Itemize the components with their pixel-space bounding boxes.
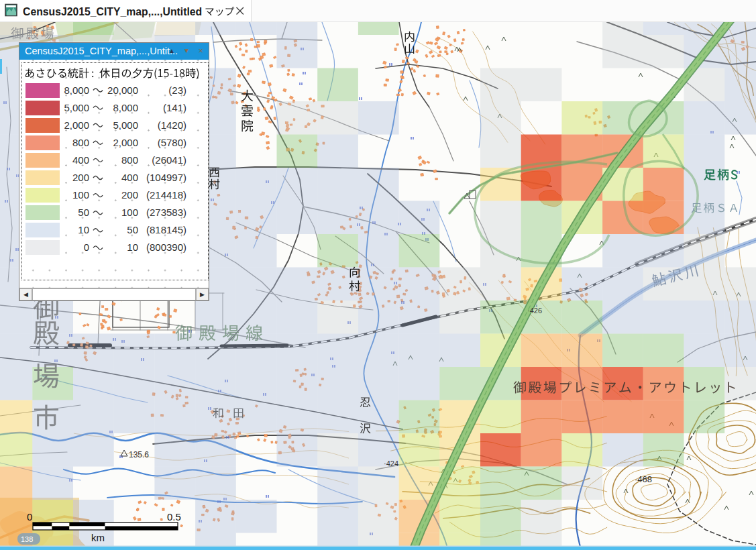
svg-text:CensusJ2015_CITY_map,...,Untit: CensusJ2015_CITY_map,...,Untitled — [23, 6, 202, 17]
svg-text:135.6: 135.6 — [129, 450, 149, 459]
svg-text:km: km — [91, 532, 105, 543]
svg-text:·468: ·468 — [635, 474, 652, 484]
svg-text:138: 138 — [21, 535, 33, 543]
svg-text:·424: ·424 — [384, 459, 398, 468]
svg-text:0: 0 — [27, 511, 32, 522]
svg-text:·426: ·426 — [527, 307, 542, 315]
svg-text:0.5: 0.5 — [167, 511, 181, 522]
